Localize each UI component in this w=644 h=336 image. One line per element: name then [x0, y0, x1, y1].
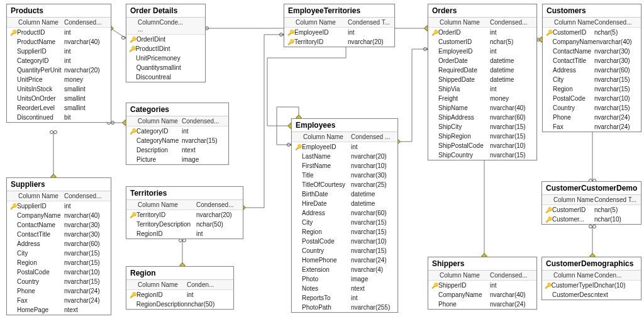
- table-customers[interactable]: CustomersColumn NameCondensed...🔑Custome…: [542, 4, 641, 132]
- table-title[interactable]: Shippers: [428, 257, 536, 271]
- table-title[interactable]: CustomerCustomerDemo: [542, 182, 641, 195]
- table-row[interactable]: Phonenvarchar(24): [543, 113, 641, 122]
- table-row[interactable]: ShipCountrynvarchar(15): [428, 150, 536, 160]
- table-region[interactable]: RegionColumn NameConden...🔑RegionIDintRe…: [126, 266, 234, 310]
- table-row[interactable]: CustomerIDnchar(5): [428, 37, 536, 47]
- table-row[interactable]: BirthDatedatetime: [292, 189, 397, 199]
- table-row[interactable]: TerritoryDescriptionnchar(50): [126, 220, 243, 229]
- table-title[interactable]: Products: [7, 4, 111, 18]
- table-row[interactable]: LastNamenvarchar(20): [292, 152, 397, 161]
- table-categories[interactable]: CategoriesColumn NameCondensed...🔑Catego…: [126, 103, 229, 165]
- table-row[interactable]: 🔑TerritoryIDnvarchar(20): [126, 210, 243, 220]
- table-row[interactable]: PostalCodenvarchar(10): [292, 237, 397, 246]
- table-row[interactable]: Discountreal: [126, 72, 205, 82]
- table-row[interactable]: OrderDatedatetime: [428, 56, 536, 65]
- table-row[interactable]: 🔑EmployeeIDint: [284, 28, 394, 37]
- table-row[interactable]: Countrynvarchar(15): [543, 103, 641, 113]
- table-row[interactable]: CustomerDescntext: [542, 290, 641, 300]
- table-row[interactable]: HireDatedatetime: [292, 199, 397, 208]
- table-row[interactable]: 🔑OrderIDint: [428, 28, 536, 37]
- table-row[interactable]: Phonenvarchar(24): [428, 300, 536, 309]
- table-row[interactable]: Citynvarchar(15): [292, 218, 397, 227]
- table-row[interactable]: TitleOfCourtesynvarchar(25): [292, 180, 397, 189]
- table-row[interactable]: Descriptionntext: [126, 145, 228, 155]
- table-row[interactable]: Extensionnvarchar(4): [292, 265, 397, 274]
- table-row[interactable]: ReorderLevelsmallint: [7, 103, 111, 113]
- table-row[interactable]: ShipRegionnvarchar(15): [428, 132, 536, 141]
- table-title[interactable]: Order Details: [126, 4, 205, 18]
- table-row[interactable]: 🔑ProductIDint: [7, 28, 111, 37]
- table-row[interactable]: 🔑EmployeeIDint: [292, 142, 397, 152]
- table-row[interactable]: ContactTitlenvarchar(30): [7, 230, 111, 239]
- table-row[interactable]: Regionnvarchar(15): [7, 258, 111, 267]
- table-row[interactable]: Discontinuedbit: [7, 113, 111, 122]
- table-row[interactable]: HomePhonenvarchar(24): [292, 255, 397, 265]
- table-row[interactable]: PostalCodenvarchar(10): [543, 94, 641, 103]
- table-row[interactable]: Phonenvarchar(24): [7, 286, 111, 296]
- table-row[interactable]: Freightmoney: [428, 94, 536, 103]
- table-title[interactable]: Orders: [428, 4, 536, 18]
- table-row[interactable]: EmployeeIDint: [428, 47, 536, 56]
- table-title[interactable]: Suppliers: [7, 178, 111, 191]
- table-row[interactable]: 🔑Customer...nchar(10): [542, 215, 641, 224]
- table-row[interactable]: CompanyNamenvarchar(40): [7, 211, 111, 220]
- table-title[interactable]: Categories: [126, 103, 228, 116]
- table-row[interactable]: HomePagentext: [7, 305, 111, 315]
- table-row[interactable]: Citynvarchar(15): [7, 249, 111, 258]
- table-row[interactable]: Notesntext: [292, 284, 397, 293]
- table-products[interactable]: ProductsColumn NameCondensed...🔑ProductI…: [6, 4, 111, 123]
- table-row[interactable]: Addressnvarchar(60): [7, 239, 111, 249]
- table-row[interactable]: ContactNamenvarchar(30): [7, 220, 111, 230]
- table-row[interactable]: ShipCitynvarchar(15): [428, 122, 536, 132]
- table-shippers[interactable]: ShippersColumn NameCondensed...🔑ShipperI…: [428, 257, 537, 310]
- table-employees[interactable]: EmployeesColumn NameCondensed ...🔑Employ…: [291, 118, 398, 313]
- table-row[interactable]: Quantitysmallint: [126, 63, 205, 72]
- table-row[interactable]: 🔑CategoryIDint: [126, 126, 228, 136]
- table-customer_demographics[interactable]: CustomerDemographicsColumn NameConden...…: [541, 257, 641, 300]
- table-row[interactable]: Photoimage: [292, 274, 397, 284]
- table-row[interactable]: ShipNamenvarchar(40): [428, 103, 536, 113]
- table-row[interactable]: 🔑SupplierIDint: [7, 201, 111, 211]
- table-row[interactable]: ShipViaint: [428, 84, 536, 94]
- table-employee_territories[interactable]: EmployeeTerritoriesColumn NameCondensed …: [284, 4, 395, 47]
- table-row[interactable]: FirstNamenvarchar(10): [292, 161, 397, 171]
- table-row[interactable]: RequiredDatedatetime: [428, 65, 536, 75]
- table-row[interactable]: ShippedDatedatetime: [428, 75, 536, 84]
- table-row[interactable]: ProductNamenvarchar(40): [7, 37, 111, 47]
- table-row[interactable]: CategoryIDint: [7, 56, 111, 65]
- table-row[interactable]: 🔑CustomerIDnchar(5): [543, 28, 641, 37]
- table-title[interactable]: Region: [126, 267, 233, 280]
- table-row[interactable]: Faxnvarchar(24): [7, 296, 111, 305]
- table-row[interactable]: Addressnvarchar(60): [292, 208, 397, 218]
- table-row[interactable]: CompanyNamenvarchar(40): [428, 290, 536, 300]
- table-customer_customer_demo[interactable]: CustomerCustomerDemoColumn NameCondensed…: [541, 181, 641, 225]
- table-row[interactable]: SupplierIDint: [7, 47, 111, 56]
- table-row[interactable]: 🔑CustomerIDnchar(5): [542, 205, 641, 215]
- table-order_details[interactable]: Order DetailsColumn ...Conde...🔑OrderIDi…: [126, 4, 206, 82]
- table-row[interactable]: RegionIDint: [126, 229, 243, 238]
- table-row[interactable]: 🔑CustomerTypeIDnchar(10): [542, 281, 641, 290]
- table-row[interactable]: ContactTitlenvarchar(30): [543, 56, 641, 65]
- table-title[interactable]: CustomerDemographics: [542, 257, 641, 271]
- table-row[interactable]: CompanyNamenvarchar(40): [543, 37, 641, 47]
- table-row[interactable]: PostalCodenvarchar(10): [7, 267, 111, 277]
- table-row[interactable]: PhotoPathnvarchar(255): [292, 303, 397, 312]
- table-row[interactable]: Countrynvarchar(15): [7, 277, 111, 286]
- table-orders[interactable]: OrdersColumn NameCondensed...🔑OrderIDint…: [428, 4, 537, 160]
- table-row[interactable]: ReportsToint: [292, 293, 397, 303]
- table-row[interactable]: Addressnvarchar(60): [543, 65, 641, 75]
- table-row[interactable]: UnitsOnOrdersmallint: [7, 94, 111, 103]
- table-row[interactable]: ShipAddressnvarchar(60): [428, 113, 536, 122]
- table-row[interactable]: Titlenvarchar(30): [292, 171, 397, 180]
- table-row[interactable]: 🔑TerritoryIDnvarchar(20): [284, 37, 394, 47]
- table-row[interactable]: Faxnvarchar(24): [543, 122, 641, 132]
- table-title[interactable]: EmployeeTerritories: [284, 4, 394, 18]
- table-row[interactable]: ContactNamenvarchar(30): [543, 47, 641, 56]
- table-row[interactable]: ShipPostalCodenvarchar(10): [428, 141, 536, 150]
- table-row[interactable]: UnitPricemoney: [126, 53, 205, 63]
- table-title[interactable]: Employees: [292, 119, 397, 132]
- table-row[interactable]: Pictureimage: [126, 155, 228, 164]
- table-territories[interactable]: TerritoriesColumn NameCondensed...🔑Terri…: [126, 186, 243, 239]
- table-row[interactable]: UnitsInStocksmallint: [7, 84, 111, 94]
- table-row[interactable]: Regionnvarchar(15): [292, 227, 397, 237]
